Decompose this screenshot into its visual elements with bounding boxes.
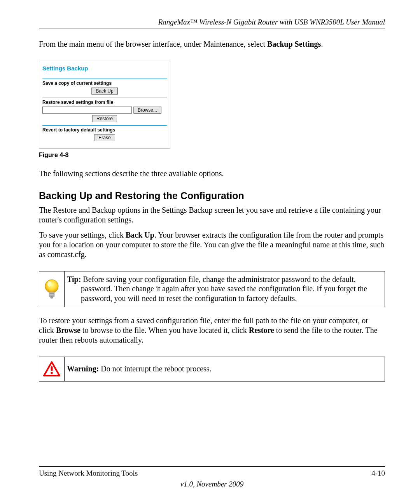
intro-bold: Backup Settings	[267, 40, 321, 48]
intro-text: From the main menu of the browser interf…	[39, 40, 267, 48]
svg-point-0	[45, 280, 58, 293]
svg-rect-2	[49, 292, 54, 294]
tip-text: Tip: Before saving your configuration fi…	[65, 271, 385, 307]
revert-factory-label: Revert to factory default settings	[42, 127, 167, 133]
settings-backup-screenshot: Settings Backup Save a copy of current s…	[39, 61, 170, 149]
section-p2: To save your settings, click Back Up. Yo…	[39, 230, 385, 259]
section-p1: The Restore and Backup options in the Se…	[39, 205, 385, 225]
ui-panel-title: Settings Backup	[42, 63, 167, 79]
warning-icon-cell	[39, 357, 65, 381]
tip-c: . Then change it again after you have sa…	[81, 284, 367, 302]
browse-button[interactable]: Browse...	[133, 107, 161, 114]
svg-rect-4	[49, 295, 54, 297]
restore-file-input[interactable]	[42, 107, 132, 114]
running-header: RangeMax™ Wireless-N Gigabit Router with…	[39, 18, 385, 26]
tip-a: Before saving your configuration file, c…	[81, 275, 355, 284]
svg-rect-7	[51, 366, 53, 371]
restore-button[interactable]: Restore	[92, 115, 117, 122]
warning-label: Warning:	[67, 364, 99, 373]
p2-b: Back Up	[126, 231, 154, 239]
rp-b: Browse	[56, 326, 80, 334]
restore-paragraph: To restore your settings from a saved co…	[39, 316, 385, 345]
ui-divider	[42, 79, 167, 79]
header-rule	[39, 28, 385, 28]
manual-page: RangeMax™ Wireless-N Gigabit Router with…	[0, 0, 420, 504]
svg-point-8	[51, 372, 53, 374]
tip-b: password	[81, 284, 110, 293]
ui-divider	[42, 98, 167, 98]
footer-right-page: 4-10	[371, 469, 385, 478]
warning-body: Do not interrupt the reboot process.	[99, 364, 211, 373]
footer-left: Using Network Monitoring Tools	[39, 469, 138, 478]
page-footer: Using Network Monitoring Tools 4-10 v1.0…	[39, 466, 385, 488]
svg-point-1	[47, 281, 51, 287]
svg-rect-3	[49, 294, 54, 295]
footer-version: v1.0, November 2009	[39, 480, 385, 488]
restore-from-file-label: Restore saved settings from file	[42, 100, 167, 105]
save-copy-label: Save a copy of current settings	[42, 80, 167, 86]
after-figure-text: The following sections describe the thre…	[39, 169, 385, 178]
rp-d: Restore	[249, 326, 274, 334]
section-heading: Backing Up and Restoring the Configurati…	[39, 190, 385, 201]
intro-paragraph: From the main menu of the browser interf…	[39, 39, 385, 49]
tip-icon-cell	[39, 271, 65, 307]
footer-rule	[39, 466, 385, 467]
lightbulb-icon	[43, 278, 60, 300]
tip-callout: Tip: Before saving your configuration fi…	[39, 271, 385, 307]
intro-post: .	[321, 40, 323, 48]
rp-c: to browse to the file. When you have loc…	[80, 326, 249, 334]
backup-button[interactable]: Back Up	[91, 88, 117, 94]
tip-label: Tip:	[67, 275, 81, 284]
warning-callout: Warning: Do not interrupt the reboot pro…	[39, 357, 385, 382]
ui-divider	[42, 125, 167, 126]
warning-triangle-icon	[43, 361, 61, 377]
figure-label: Figure 4-8	[39, 152, 385, 159]
warning-text: Warning: Do not interrupt the reboot pro…	[65, 357, 217, 381]
p2-a: To save your settings, click	[39, 231, 126, 239]
erase-button[interactable]: Erase	[94, 134, 115, 141]
svg-rect-5	[51, 297, 53, 298]
